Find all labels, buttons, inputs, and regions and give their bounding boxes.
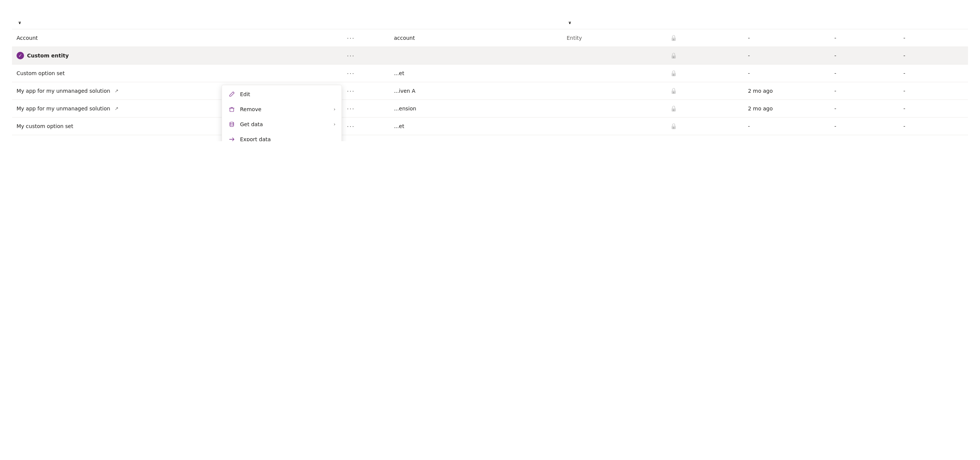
table-row[interactable]: My app for my unmanaged solution↗···...i…: [12, 82, 968, 100]
cell-dots: ···: [340, 47, 390, 65]
more-options-button[interactable]: ···: [345, 122, 357, 130]
external-link-icon: ↗: [115, 88, 118, 94]
display-name-text: My app for my unmanaged solution: [16, 88, 110, 94]
cell-owner: -: [830, 82, 899, 100]
cell-display-name: ✓Custom entity: [12, 47, 340, 65]
menu-item-remove[interactable]: Remove›: [222, 102, 342, 117]
cell-status: -: [899, 29, 968, 47]
cell-managed: 🔒: [666, 117, 743, 135]
cell-dots: ···: [340, 65, 390, 82]
cell-modified: -: [743, 29, 830, 47]
cell-status: -: [899, 47, 968, 65]
cell-owner: -: [830, 47, 899, 65]
table-row[interactable]: ✓Custom entity···🔒---: [12, 47, 968, 65]
table-row[interactable]: My app for my unmanaged solution↗···...e…: [12, 100, 968, 117]
sort-icon-type: ∨: [568, 20, 571, 25]
cell-modified: -: [743, 65, 830, 82]
menu-item-edit[interactable]: Edit: [222, 87, 342, 102]
menu-item-get-data[interactable]: Get data›: [222, 117, 342, 132]
menu-item-label-edit: Edit: [240, 91, 336, 97]
cell-managed: 🔒: [666, 65, 743, 82]
submenu-arrow-icon: ›: [334, 107, 336, 112]
breadcrumb: [0, 0, 980, 10]
col-header-dots: [340, 16, 390, 29]
database-icon: [228, 121, 235, 128]
cell-owner: -: [830, 117, 899, 135]
cell-type: [562, 65, 666, 82]
submenu-arrow-icon: ›: [334, 122, 336, 127]
cell-name: ...et: [390, 117, 562, 135]
more-options-button[interactable]: ···: [345, 34, 357, 42]
trash-icon: [228, 106, 235, 113]
cell-type: [562, 82, 666, 100]
external-link-icon: ↗: [115, 106, 118, 111]
display-name-text: My custom option set: [16, 123, 73, 129]
table-row[interactable]: My custom option set···...et🔒---: [12, 117, 968, 135]
cell-owner: -: [830, 65, 899, 82]
cell-type: [562, 100, 666, 117]
cell-name: ...ension: [390, 100, 562, 117]
display-name-text: Custom entity: [27, 52, 69, 59]
col-header-modified: [743, 16, 830, 29]
cell-dots: ···: [340, 82, 390, 100]
col-header-status: [899, 16, 968, 29]
cell-managed: 🔒: [666, 100, 743, 117]
menu-item-label-remove: Remove: [240, 106, 329, 112]
cell-status: -: [899, 82, 968, 100]
table-header-row: ∨ ∨: [12, 16, 968, 29]
cell-modified: -: [743, 47, 830, 65]
export-icon: [228, 136, 235, 141]
col-header-type[interactable]: ∨: [562, 16, 666, 29]
more-options-button[interactable]: ···: [345, 87, 357, 95]
cell-managed: 🔒: [666, 29, 743, 47]
more-options-button[interactable]: ···: [345, 105, 357, 113]
col-header-name: [390, 16, 562, 29]
cell-name: [390, 47, 562, 65]
cell-status: -: [899, 100, 968, 117]
cell-dots: ···: [340, 117, 390, 135]
sort-icon-display: ∨: [18, 20, 21, 25]
lock-icon: 🔒: [670, 105, 677, 112]
col-header-display-name[interactable]: ∨: [12, 16, 340, 29]
cell-dots: ···: [340, 100, 390, 117]
lock-icon: 🔒: [670, 35, 677, 41]
cell-name: ...iven A: [390, 82, 562, 100]
cell-modified: -: [743, 117, 830, 135]
display-name-text: Account: [16, 35, 38, 41]
menu-item-export-data[interactable]: Export data: [222, 132, 342, 141]
cell-modified: 2 mo ago: [743, 100, 830, 117]
svg-rect-0: [230, 108, 234, 111]
display-name-text: My app for my unmanaged solution: [16, 106, 110, 111]
display-name-text: Custom option set: [16, 70, 65, 76]
menu-item-label-get-data: Get data: [240, 121, 329, 127]
col-header-managed: [666, 16, 743, 29]
more-options-button[interactable]: ···: [345, 51, 357, 60]
cell-modified: 2 mo ago: [743, 82, 830, 100]
table-row[interactable]: Account···accountEntity🔒---: [12, 29, 968, 47]
cell-owner: -: [830, 29, 899, 47]
cell-status: -: [899, 117, 968, 135]
data-table: ∨ ∨: [12, 16, 968, 135]
lock-icon: 🔒: [670, 87, 677, 94]
cell-status: -: [899, 65, 968, 82]
col-header-owner: [830, 16, 899, 29]
cell-display-name: Custom option set: [12, 65, 340, 82]
more-options-button[interactable]: ···: [345, 69, 357, 77]
lock-icon: 🔒: [670, 52, 677, 59]
lock-icon: 🔒: [670, 70, 677, 77]
cell-name: account: [390, 29, 562, 47]
table-row[interactable]: Custom option set···...et🔒---: [12, 65, 968, 82]
selected-check-icon: ✓: [16, 52, 24, 59]
table-container: ∨ ∨: [0, 10, 980, 141]
cell-managed: 🔒: [666, 47, 743, 65]
cell-owner: -: [830, 100, 899, 117]
edit-icon: [228, 90, 235, 98]
cell-name: ...et: [390, 65, 562, 82]
cell-type: Entity: [562, 29, 666, 47]
lock-icon: 🔒: [670, 123, 677, 130]
menu-item-label-export-data: Export data: [240, 136, 336, 141]
cell-type: [562, 117, 666, 135]
cell-display-name: Account: [12, 29, 340, 47]
cell-type: [562, 47, 666, 65]
cell-dots: ···: [340, 29, 390, 47]
